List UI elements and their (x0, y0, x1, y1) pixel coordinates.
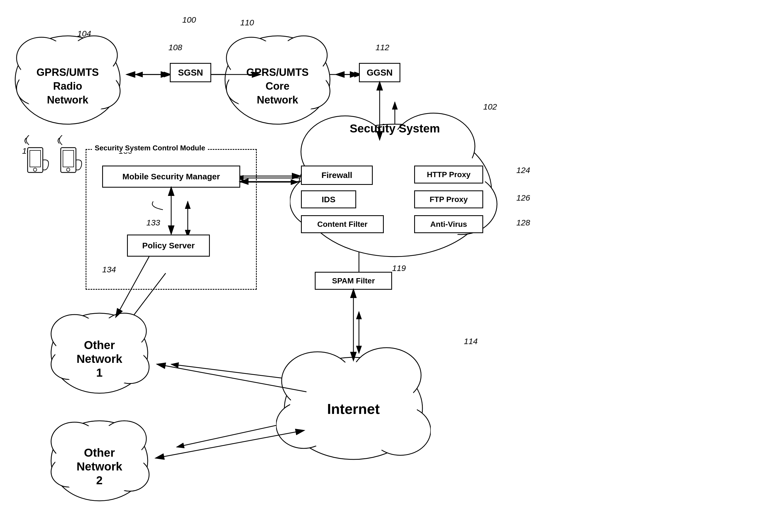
svg-line-105 (116, 257, 149, 317)
svg-line-108 (156, 430, 304, 458)
connections-svg (0, 0, 772, 532)
svg-line-107 (157, 364, 306, 392)
